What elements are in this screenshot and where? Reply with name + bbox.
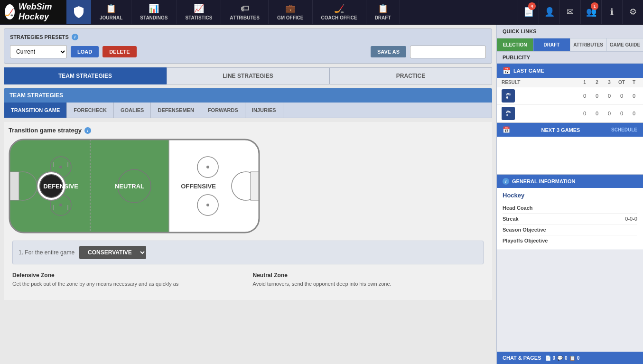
preset-controls: Current LOAD DELETE SAVE AS [10,45,486,58]
sport-title: Hockey [503,192,637,199]
chat-count3: 0 [577,355,580,361]
nav-settings-btn[interactable]: ⚙ [622,0,643,24]
ql-election-label: ELECTION [503,42,527,47]
publicity-label: PUBLICITY [503,55,530,60]
ql-election[interactable]: ELECTION [497,38,533,51]
ql-attributes-label: ATTRIBUTES [573,42,603,47]
gi-playoffs-obj: Playoffs Objective [503,235,637,246]
subtab-transition[interactable]: TRANSITION GAME [4,103,67,118]
logo-area: 🏒 WebSim Hockey [0,0,66,24]
team2-p1: 0 [580,111,589,116]
ql-attributes[interactable]: ATTRIBUTES [570,38,607,51]
tab-line-strategies[interactable]: LINE STRATEGIES [167,67,329,84]
strategy-select[interactable]: CONSERVATIVE BALANCED AGGRESSIVE [79,246,146,259]
gm-office-icon: 💼 [285,3,296,14]
last-game-header: 📅 LAST GAME [497,64,643,78]
sub-tabs: TRANSITION GAME FORECHECK GOALIES DEFENS… [4,103,492,118]
publicity-section: PUBLICITY [497,52,643,64]
svg-text:NEUTRAL: NEUTRAL [115,183,144,190]
team1-total: 0 [630,93,638,99]
standings-icon: 📊 [149,3,159,14]
save-as-area: SAVE AS [371,46,486,58]
strategies-presets-panel: STRATEGIES PRESETS i Current LOAD DELETE… [4,28,492,64]
neutral-zone-title: Neutral Zone [253,272,484,279]
nav-users-btn[interactable]: 👥 1 [580,0,601,24]
ql-draft-label: DRAFT [543,42,559,47]
nav-draft-label: DRAFT [375,15,391,20]
nav-statistics[interactable]: 📈 STATISTICS [177,0,222,24]
attributes-icon: 🏷 [241,4,249,14]
zone-descriptions: Defensive Zone Get the puck out of the z… [12,268,484,291]
delete-button[interactable]: DELETE [103,46,136,57]
transition-title: Transition game strategy i [9,127,487,134]
team2-logo: WsH [502,107,515,120]
nav-journal-label: JOURNAL [100,15,122,20]
left-content: STRATEGIES PRESETS i Current LOAD DELETE… [0,25,496,364]
tab-team-strategies[interactable]: TEAM STRATEGIES [4,67,167,84]
streak-label: Streak [503,216,519,222]
subtab-defensemen[interactable]: DEFENSEMEN [151,103,201,118]
load-button[interactable]: LOAD [71,46,99,57]
subtab-forwards[interactable]: FORWARDS [201,103,245,118]
subtab-injuries-label: INJURIES [252,107,276,113]
subtab-injuries[interactable]: INJURIES [245,103,283,118]
team-strategies-header: TEAM STRATEGIES [4,88,492,103]
team2-ot: 0 [617,111,626,116]
general-info-icon: i [503,178,509,185]
strategies-presets-title: STRATEGIES PRESETS i [10,34,486,40]
info-icon[interactable]: i [72,34,78,40]
quick-links-header: QUICK LINKS [497,25,643,38]
subtab-defensemen-label: DEFENSEMEN [158,107,194,113]
rink-svg: DEFENSIVE NEUTRAL OFFENSIVE [9,139,260,233]
transition-section: Transition game strategy i [4,122,492,300]
nav-statistics-label: STATISTICS [186,15,213,20]
result-col-header: RESULT [502,80,580,85]
team2-p2: 0 [593,111,601,116]
streak-value: 0-0-0 [625,216,637,222]
team1-ot: 0 [617,93,626,99]
save-as-input[interactable] [410,46,486,58]
shield-button[interactable] [66,0,91,24]
ql-game-guide[interactable]: GAME GUIDE [607,38,643,51]
tab-practice[interactable]: PRACTICE [329,67,492,84]
team2-p3: 0 [605,111,614,116]
preset-select[interactable]: Current [10,45,67,58]
save-as-button[interactable]: SAVE AS [371,46,406,57]
svg-text:OFFENSIVE: OFFENSIVE [181,183,216,190]
nav-standings[interactable]: 📊 STANDINGS [131,0,177,24]
schedule-link[interactable]: SCHEDULE [611,127,637,132]
nav-info-btn[interactable]: ℹ [601,0,622,24]
main-tabs: TEAM STRATEGIES LINE STRATEGIES PRACTICE [4,67,492,84]
nav-right: 📄 4 👤 ✉ 👥 1 ℹ ⚙ [518,0,643,24]
team1-p1: 0 [580,93,589,99]
last-game-header-row: RESULT 1 2 3 OT T [497,78,643,87]
subtab-forecheck[interactable]: FORECHECK [67,103,114,118]
nav-user-btn[interactable]: 👤 [539,0,559,24]
logo-text: WebSim Hockey [19,2,62,22]
nav-attributes[interactable]: 🏷 ATTRIBUTES [221,0,269,24]
quick-links-label: QUICK LINKS [503,28,537,34]
defensive-zone-text: Get the puck out of the zone by any mean… [12,280,243,288]
journal-icon: 📋 [106,3,116,14]
nav-coach-office[interactable]: 🏒 COACH OFFICE [313,0,366,24]
next-games-label: NEXT 3 GAMES [541,127,580,133]
general-info-header: i GENERAL INFORMATION [497,175,643,188]
transition-title-text: Transition game strategy [9,127,82,134]
team1-p2: 0 [593,93,601,99]
nav-gm-office[interactable]: 💼 GM OFFICE [269,0,313,24]
nav-journal[interactable]: 📋 JOURNAL [91,0,131,24]
subtab-goalies[interactable]: GOALIES [114,103,151,118]
transition-info-icon[interactable]: i [84,127,91,134]
nav-standings-label: STANDINGS [140,15,168,20]
quick-links-buttons: ELECTION DRAFT ATTRIBUTES GAME GUIDE [497,38,643,52]
nav-draft[interactable]: 📋 DRAFT [366,0,400,24]
nav-attributes-label: ATTRIBUTES [230,15,260,20]
ql-draft[interactable]: DRAFT [533,38,570,51]
team2-total: 0 [630,111,638,116]
tab-line-strategies-label: LINE STRATEGIES [223,73,273,79]
team1-row: WsH 0 0 0 0 0 [497,87,643,105]
nav-doc-btn[interactable]: 📄 4 [518,0,539,24]
chat-count2: 0 [565,355,568,361]
playoffs-obj-label: Playoffs Objective [503,238,548,243]
nav-mail-btn[interactable]: ✉ [559,0,580,24]
